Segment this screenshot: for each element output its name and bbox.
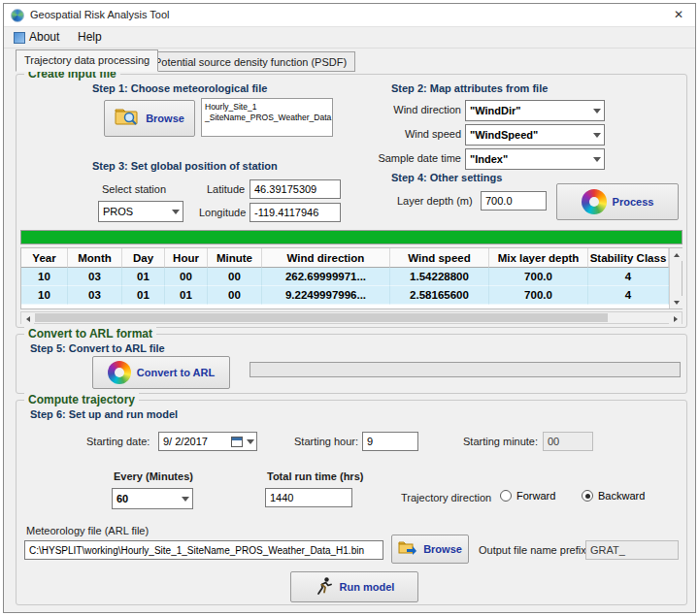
table-cell: 10 (21, 286, 68, 305)
table-cell: 2.58165600 (390, 286, 489, 305)
table-cell: 700.0 (489, 268, 588, 286)
table-cell: 01 (165, 286, 208, 305)
folder-search-icon (115, 108, 140, 129)
table-cell: 9.2249997996... (262, 286, 390, 305)
browse-meteorological-file-button[interactable]: Browse (104, 100, 195, 137)
menu-about-label: About (29, 30, 59, 44)
browse-arl-button-label: Browse (423, 543, 462, 555)
column-header[interactable]: Year (21, 248, 68, 268)
column-header[interactable]: Mix layer depth (489, 248, 588, 268)
starting-date-picker[interactable]: 9/ 2/2017 (158, 432, 257, 451)
column-header[interactable]: Minute (208, 248, 262, 268)
wind-direction-value: "WindDir" (466, 105, 589, 116)
menu-about[interactable]: About (10, 27, 65, 48)
step3-title: Step 3: Set global position of station (92, 160, 278, 172)
meteorology-file-label: Meteorology file (ARL file) (26, 525, 149, 536)
chevron-down-icon (245, 433, 256, 450)
chevron-down-icon (168, 202, 183, 221)
column-header[interactable]: Day (122, 248, 165, 268)
chevron-down-icon (589, 101, 604, 120)
group-convert-to-arl: Convert to ARL format Step 5: Convert to… (16, 334, 687, 394)
close-button[interactable]: ✕ (662, 4, 695, 26)
latitude-label: Latitude (207, 183, 245, 195)
backward-radio-label: Backward (598, 490, 645, 502)
scrollbar-thumb[interactable] (35, 313, 608, 322)
column-header[interactable]: Stability Class (588, 248, 669, 268)
menu-help[interactable]: Help (72, 27, 108, 48)
scroll-up-icon[interactable] (670, 248, 682, 261)
starting-hour-field[interactable]: 9 (362, 432, 418, 451)
table-cell: 01 (122, 268, 165, 286)
column-header[interactable]: Month (68, 248, 122, 268)
latitude-field[interactable]: 46.39175309 (250, 179, 341, 199)
total-run-time-label: Total run time (hrs) (267, 470, 363, 482)
convert-to-arl-button[interactable]: Convert to ARL (92, 356, 230, 389)
wind-speed-combo[interactable]: "WindSpeed" (465, 124, 605, 146)
column-header[interactable]: Wind speed (390, 248, 489, 268)
table-cell: 03 (68, 268, 122, 286)
table-cell: 01 (122, 286, 165, 305)
station-value: PROS (99, 206, 168, 217)
process-button[interactable]: Process (556, 183, 679, 220)
convert-button-label: Convert to ARL (137, 367, 215, 378)
longitude-field[interactable]: -119.4117946 (250, 203, 341, 222)
trajectory-direction-label: Trajectory direction (401, 492, 491, 503)
forward-radio[interactable]: Forward (500, 490, 555, 502)
every-minutes-combo[interactable]: 60 (112, 488, 193, 509)
scroll-down-icon[interactable] (670, 296, 682, 308)
tab-trajectory-data-processing[interactable]: Trajectory data processing (16, 49, 158, 72)
table-header-row: YearMonthDayHourMinuteWind directionWind… (21, 248, 682, 268)
title-bar: Geospatial Risk Analysis Tool ✕ (4, 4, 695, 27)
progress-fill (21, 231, 682, 243)
wind-speed-value: "WindSpeed" (466, 129, 589, 141)
chevron-down-icon (589, 125, 604, 145)
scroll-left-icon[interactable] (21, 312, 34, 325)
browse-arl-file-button[interactable]: Browse (391, 535, 469, 564)
chevron-down-icon (178, 489, 192, 508)
step6-title: Step 6: Set up and run model (30, 408, 178, 420)
output-prefix-field[interactable]: GRAT_ (585, 540, 679, 560)
calendar-icon (231, 437, 243, 447)
scroll-right-icon[interactable] (669, 312, 682, 325)
station-combo[interactable]: PROS (98, 201, 183, 222)
about-icon (14, 32, 25, 44)
table-horizontal-scrollbar[interactable] (20, 311, 682, 324)
table-cell: 00 (208, 286, 262, 305)
table-row[interactable]: 1003010000262.69999971...1.54228800700.0… (21, 268, 682, 286)
runner-icon (315, 576, 334, 598)
table-cell: 262.69999971... (262, 268, 390, 286)
meteorology-file-field[interactable]: C:\HYSPLIT\working\Hourly_Site_1_SiteNam… (24, 540, 383, 560)
every-minutes-value: 60 (113, 493, 178, 504)
app-icon (11, 9, 24, 22)
group-create-input-file: Create input file Step 1: Choose meteoro… (16, 74, 687, 328)
forward-radio-label: Forward (516, 490, 555, 502)
window-title: Geospatial Risk Analysis Tool (30, 9, 169, 20)
sample-date-time-combo[interactable]: "Index" (465, 148, 605, 170)
group-title: Convert to ARL format (24, 327, 156, 340)
chevron-down-icon (589, 149, 604, 169)
group-compute-trajectory: Compute trajectory Step 6: Set up and ru… (16, 400, 687, 605)
folder-arrow-icon (398, 540, 417, 558)
layer-depth-field[interactable]: 700.0 (481, 191, 547, 211)
table-row[interactable]: 10030101009.2249997996...2.58165600700.0… (21, 286, 682, 305)
longitude-label: Longitude (199, 207, 246, 218)
column-header[interactable]: Wind direction (262, 248, 390, 268)
total-run-time-field[interactable]: 1440 (265, 488, 352, 507)
browse-button-label: Browse (146, 113, 184, 124)
table-vertical-scrollbar[interactable] (669, 248, 682, 308)
table-cell: 00 (208, 268, 262, 286)
sample-date-time-value: "Index" (466, 153, 589, 165)
meteorological-file-path-box[interactable]: Hourly_Site_1 _SiteName_PROS_Weather_Dat… (201, 98, 333, 137)
run-model-button[interactable]: Run model (290, 571, 418, 602)
menu-bar: About Help (4, 27, 695, 49)
tab-psdf[interactable]: Potential source density function (PSDF) (146, 51, 355, 72)
table-cell: 00 (165, 268, 208, 286)
sample-date-time-label: Sample date time (372, 152, 461, 164)
backward-radio[interactable]: Backward (582, 490, 645, 502)
table-cell: 1.54228800 (390, 268, 489, 286)
color-ring-icon (108, 361, 131, 384)
column-header[interactable]: Hour (165, 248, 208, 268)
radio-icon (500, 490, 512, 502)
wind-direction-combo[interactable]: "WindDir" (465, 100, 605, 121)
starting-minute-field[interactable]: 00 (543, 432, 593, 451)
